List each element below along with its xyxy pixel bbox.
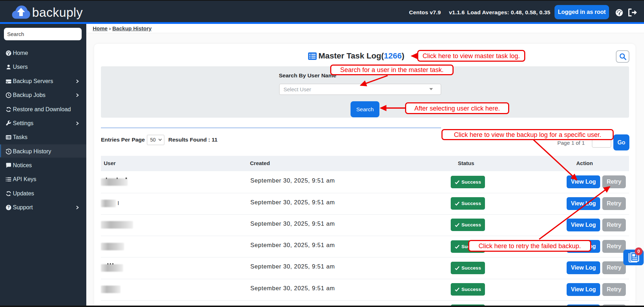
svg-text:?: ?: [7, 205, 10, 209]
